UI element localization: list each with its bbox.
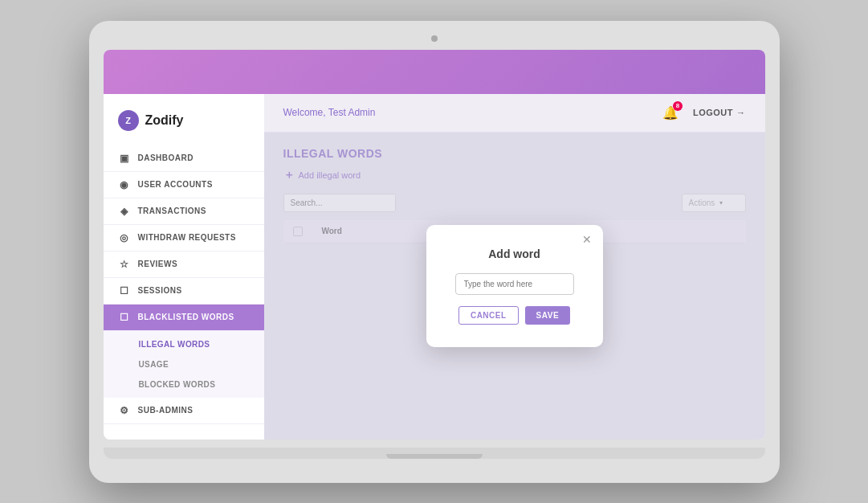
modal-buttons: CANCEL SAVE: [455, 306, 574, 325]
add-word-modal: ✕ Add word CANCEL SAVE: [426, 225, 603, 347]
bell-badge: 8: [673, 101, 683, 111]
sidebar-label-sessions: SESSIONS: [138, 286, 182, 295]
sidebar-label-blacklisted: BLACKLISTED WORDS: [138, 313, 234, 321]
sidebar-item-dashboard[interactable]: ▣ DASHBOARD: [104, 145, 264, 172]
logout-label: LOGOUT: [693, 108, 733, 117]
submenu-item-blocked-words[interactable]: BLOCKED WORDS: [104, 374, 264, 395]
sidebar-nav: ▣ DASHBOARD ◉ USER ACCOUNTS ◈ TRANSACTIO…: [104, 145, 264, 331]
dashboard-icon: ▣: [118, 153, 131, 164]
sidebar-item-user-accounts[interactable]: ◉ USER ACCOUNTS: [104, 172, 264, 198]
sidebar-item-withdraw-requests[interactable]: ◎ WITHDRAW REQUESTS: [104, 225, 264, 251]
sidebar: Z Zodify ▣ DASHBOARD ◉ USER ACCOUNTS ◈ T…: [104, 94, 264, 440]
sidebar-submenu: ILLEGAL WORDS USAGE BLOCKED WORDS: [104, 331, 264, 398]
save-button[interactable]: SAVE: [525, 306, 571, 325]
sub-admins-icon: ⚙: [118, 405, 131, 416]
reviews-icon: ☆: [118, 259, 131, 270]
app-body: Z Zodify ▣ DASHBOARD ◉ USER ACCOUNTS ◈ T…: [104, 94, 765, 440]
laptop-base: [104, 448, 765, 459]
laptop-camera: [431, 35, 438, 42]
logout-button[interactable]: LOGOUT →: [693, 108, 746, 117]
logout-arrow-icon: →: [736, 108, 746, 117]
topbar-right: 🔔 8 LOGOUT →: [662, 105, 746, 121]
logo-text: Zodify: [145, 113, 184, 128]
sidebar-item-blacklisted-words[interactable]: ☐ BLACKLISTED WORDS: [104, 305, 264, 331]
main-content: Welcome, Test Admin 🔔 8 LOGOUT →: [264, 94, 765, 440]
page-area: ILLEGAL WORDS ＋ Add illegal word 🔍 Actio…: [264, 133, 765, 440]
modal-title: Add word: [455, 247, 574, 260]
logo-area: Z Zodify: [104, 107, 264, 145]
topbar-row: Welcome, Test Admin 🔔 8 LOGOUT →: [264, 94, 765, 133]
sidebar-label-withdraw: WITHDRAW REQUESTS: [138, 233, 236, 242]
sessions-icon: ☐: [118, 285, 131, 296]
user-accounts-icon: ◉: [118, 179, 131, 190]
modal-overlay: ✕ Add word CANCEL SAVE: [264, 133, 765, 440]
sidebar-label-dashboard: DASHBOARD: [138, 153, 194, 162]
laptop-outer: Z Zodify ▣ DASHBOARD ◉ USER ACCOUNTS ◈ T…: [89, 21, 780, 483]
cancel-button[interactable]: CANCEL: [458, 306, 519, 325]
sidebar-label-reviews: REVIEWS: [138, 260, 178, 268]
welcome-text: Welcome, Test Admin: [283, 107, 376, 118]
laptop-screen: Z Zodify ▣ DASHBOARD ◉ USER ACCOUNTS ◈ T…: [104, 50, 765, 440]
sidebar-item-sessions[interactable]: ☐ SESSIONS: [104, 278, 264, 305]
sidebar-item-reviews[interactable]: ☆ REVIEWS: [104, 251, 264, 278]
sidebar-item-transactions[interactable]: ◈ TRANSACTIONS: [104, 198, 264, 225]
sidebar-label-user-accounts: USER ACCOUNTS: [138, 180, 213, 189]
blacklisted-icon: ☐: [118, 312, 131, 323]
bell-button[interactable]: 🔔 8: [662, 105, 679, 121]
logo-icon: Z: [118, 110, 139, 131]
sidebar-label-transactions: TRANSACTIONS: [138, 207, 206, 215]
modal-close-button[interactable]: ✕: [582, 233, 592, 246]
top-bar: [104, 50, 765, 94]
sidebar-item-sub-admins[interactable]: ⚙ SUB-ADMINS: [104, 398, 264, 424]
transactions-icon: ◈: [118, 206, 131, 217]
sidebar-footer-nav: ⚙ SUB-ADMINS: [104, 398, 264, 424]
withdraw-icon: ◎: [118, 232, 131, 243]
sidebar-label-sub-admins: SUB-ADMINS: [138, 406, 194, 415]
submenu-item-usage[interactable]: USAGE: [104, 354, 264, 374]
submenu-item-illegal-words[interactable]: ILLEGAL WORDS: [104, 334, 264, 354]
word-input[interactable]: [455, 273, 574, 295]
